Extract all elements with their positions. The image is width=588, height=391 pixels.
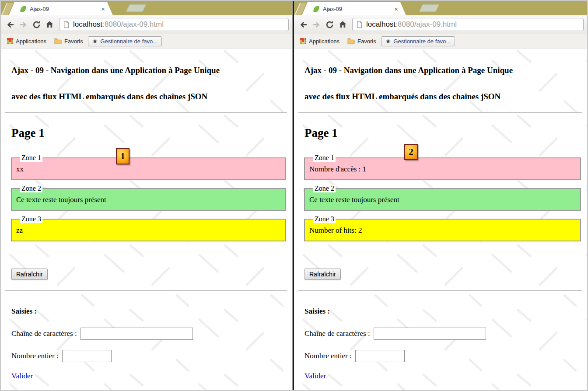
- zone-3-fieldset: Zone 3 Number of hits: 2: [304, 215, 581, 241]
- url-text: localhost:8080/ajax-09.html: [366, 20, 457, 29]
- string-input[interactable]: [80, 328, 193, 340]
- heading-line-1: Ajax - 09 - Navigation dans une Applicat…: [304, 57, 581, 84]
- new-tab-button[interactable]: [419, 4, 439, 12]
- number-field-label: Nombre entier :: [304, 352, 352, 360]
- reload-icon: [326, 21, 334, 29]
- bookmark-favoris-folder[interactable]: Favoris: [51, 37, 86, 46]
- zone-2-text: Ce texte reste toujours présent: [16, 196, 281, 204]
- apps-label: Applications: [16, 38, 46, 45]
- bookmark-manager-label: Gestionnaire de favo...: [100, 38, 158, 45]
- url-text: localhost:8080/ajax-09.html: [73, 20, 164, 29]
- page-content: Ajax - 09 - Navigation dans une Applicat…: [294, 57, 587, 381]
- zone-1-text: xx: [16, 165, 281, 174]
- back-arrow-icon: [299, 21, 308, 28]
- tab-strip: Ajax-09 ×: [294, 1, 587, 15]
- number-field-label: Nombre entier :: [11, 352, 59, 360]
- string-field-label: Chaîne de caractères :: [304, 329, 370, 338]
- forward-button[interactable]: [311, 19, 322, 31]
- home-icon: [339, 21, 347, 28]
- web-page: Ajax - 09 - Navigation dans une Applicat…: [1, 49, 292, 390]
- browser-tab[interactable]: Ajax-09 ×: [9, 2, 113, 15]
- bookmark-manager-label: Gestionnaire de favo...: [393, 38, 451, 45]
- submit-link[interactable]: Valider: [304, 372, 326, 381]
- tab-title: Ajax-09: [323, 6, 342, 12]
- page-content: Ajax - 09 - Navigation dans une Applicat…: [1, 57, 292, 381]
- back-arrow-icon: [6, 21, 14, 28]
- number-input[interactable]: [355, 350, 405, 362]
- back-button[interactable]: [4, 19, 16, 31]
- url-host: localhost: [366, 20, 396, 28]
- step-badge: 1: [116, 148, 130, 164]
- favoris-label: Favoris: [357, 38, 376, 45]
- side-by-side-screenshot: Ajax-09 ×: [0, 0, 588, 391]
- back-button[interactable]: [298, 19, 309, 31]
- divider: [5, 112, 287, 113]
- forward-arrow-icon: [19, 21, 28, 28]
- zone-1-fieldset: Zone 1 Nombre d'accès : 1: [304, 154, 581, 180]
- home-icon: [46, 21, 54, 28]
- home-button[interactable]: [44, 19, 56, 31]
- string-field-label: Chaîne de caractères :: [11, 329, 77, 338]
- apps-grid-icon: [300, 38, 306, 44]
- string-field-row: Chaîne de caractères :: [11, 328, 289, 340]
- star-icon: ★: [92, 38, 98, 44]
- step-badge: 2: [404, 144, 418, 160]
- address-bar[interactable]: localhost:8080/ajax-09.html: [352, 18, 584, 31]
- divider: [298, 290, 582, 291]
- heading-line-2: avec des flux HTML embarqués dans des ch…: [11, 84, 286, 110]
- divider: [5, 290, 287, 291]
- browser-tab[interactable]: Ajax-09 ×: [302, 2, 406, 15]
- new-tab-button[interactable]: [126, 4, 146, 12]
- leaf-favicon: [19, 5, 27, 13]
- url-path: :8080/ajax-09.html: [102, 20, 164, 28]
- bookmark-apps[interactable]: Applications: [297, 37, 343, 46]
- address-bar[interactable]: localhost:8080/ajax-09.html: [59, 18, 289, 31]
- home-button[interactable]: [337, 19, 349, 31]
- apps-label: Applications: [309, 38, 340, 45]
- tab-close-icon[interactable]: ×: [394, 6, 398, 12]
- string-field-row: Chaîne de caractères :: [304, 328, 584, 340]
- web-page: Ajax - 09 - Navigation dans une Applicat…: [294, 49, 587, 390]
- folder-icon: [54, 38, 62, 44]
- zone-3-legend: Zone 3: [313, 215, 336, 223]
- zone-2-legend: Zone 2: [313, 185, 336, 192]
- section-heading: Page 1: [11, 126, 289, 140]
- zone-1-fieldset: Zone 1 xx: [11, 154, 286, 180]
- zone-3-text: Number of hits: 2: [309, 226, 576, 235]
- bookmark-manager-button[interactable]: ★ Gestionnaire de favo...: [381, 36, 455, 46]
- page-icon: [63, 21, 70, 28]
- tab-close-icon[interactable]: ×: [101, 6, 105, 12]
- zone-3-legend: Zone 3: [20, 215, 42, 223]
- zone-3-fieldset: Zone 3 zz: [11, 215, 286, 241]
- zone-3-text: zz: [16, 226, 281, 235]
- submit-link[interactable]: Valider: [11, 372, 33, 381]
- zone-2-fieldset: Zone 2 Ce texte reste toujours présent: [304, 185, 581, 211]
- favoris-label: Favoris: [64, 38, 83, 45]
- zone-2-legend: Zone 2: [20, 185, 42, 192]
- heading-line-2: avec des flux HTML embarqués dans des ch…: [304, 84, 581, 110]
- bookmarks-bar: Applications Favoris ★ Gestionnaire de f…: [294, 34, 587, 49]
- reload-button[interactable]: [324, 19, 336, 31]
- tab-title: Ajax-09: [30, 6, 49, 12]
- url-path: :8080/ajax-09.html: [396, 20, 457, 28]
- refresh-button[interactable]: Rafraîchir: [11, 269, 48, 280]
- forward-button[interactable]: [18, 19, 29, 31]
- form-heading: Saisies :: [304, 307, 584, 316]
- bookmark-favoris-folder[interactable]: Favoris: [344, 37, 379, 46]
- string-input[interactable]: [374, 328, 486, 340]
- refresh-button[interactable]: Rafraîchir: [304, 269, 341, 280]
- apps-grid-icon: [7, 38, 13, 44]
- zone-2-text: Ce texte reste toujours présent: [309, 196, 576, 204]
- bookmark-apps[interactable]: Applications: [4, 37, 49, 46]
- page-icon: [356, 21, 363, 28]
- browser-toolbar: localhost:8080/ajax-09.html: [294, 15, 587, 34]
- reload-button[interactable]: [31, 19, 42, 31]
- form-heading: Saisies :: [11, 307, 289, 316]
- star-icon: ★: [385, 38, 391, 44]
- bookmark-manager-button[interactable]: ★ Gestionnaire de favo...: [88, 36, 162, 46]
- leaf-favicon: [312, 5, 320, 13]
- zone-1-legend: Zone 1: [20, 154, 42, 162]
- forward-arrow-icon: [312, 21, 321, 28]
- divider: [298, 112, 582, 113]
- number-input[interactable]: [62, 350, 112, 362]
